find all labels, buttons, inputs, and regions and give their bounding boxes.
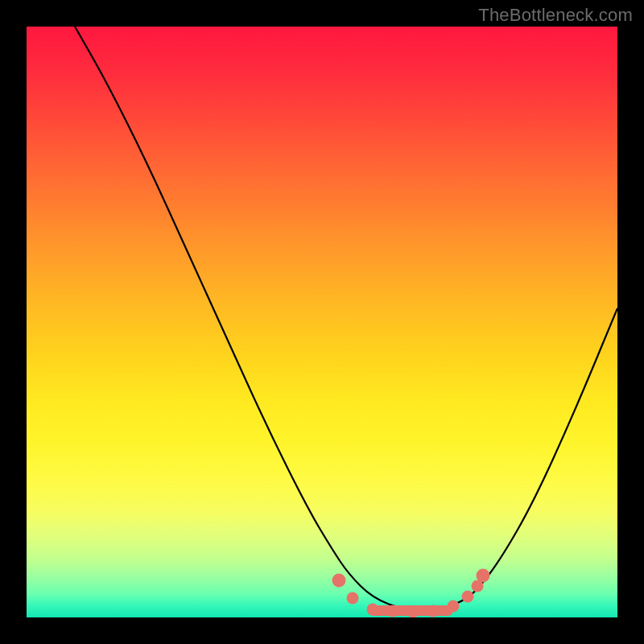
bottleneck-curve bbox=[75, 27, 617, 610]
chart-frame bbox=[27, 27, 617, 617]
svg-point-7 bbox=[462, 591, 474, 603]
svg-point-11 bbox=[477, 569, 490, 583]
svg-point-10 bbox=[332, 574, 346, 588]
highlight-dots bbox=[332, 569, 490, 618]
svg-rect-12 bbox=[369, 605, 453, 616]
chart-svg bbox=[27, 27, 617, 617]
attribution-text: TheBottleneck.com bbox=[478, 5, 633, 26]
svg-point-1 bbox=[347, 592, 359, 605]
